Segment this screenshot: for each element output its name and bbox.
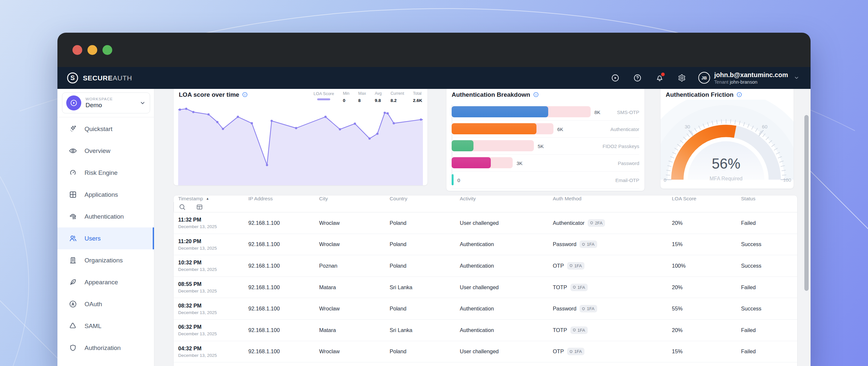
cell-loa-score: 15%	[667, 348, 737, 355]
auth-breakdown-card: Authentication Breakdown 8KSMS-OTP6KAuth…	[446, 89, 645, 191]
cell-city: Wroclaw	[315, 306, 385, 312]
sidebar-item-users[interactable]: Users	[57, 227, 154, 249]
cell-status: Failed	[737, 327, 769, 333]
sidebar-item-authorization[interactable]: Authorization	[57, 337, 154, 359]
table-row: 08:55 PMDecember 13, 202592.168.1.100Mat…	[174, 277, 797, 298]
sidebar-item-label: OAuth	[85, 301, 102, 308]
sidebar-item-oauth[interactable]: OAuth	[57, 293, 154, 315]
cell-activity: User challenged	[455, 220, 548, 226]
sidebar-item-appearance[interactable]: Appearance	[57, 271, 154, 293]
sidebar-item-label: Users	[85, 235, 101, 242]
cell-date: December 13, 2025	[178, 267, 244, 272]
cell-country: Sri Lanka	[385, 327, 455, 333]
sort-asc-icon: ▲	[206, 197, 209, 200]
traffic-light-minimize[interactable]	[88, 45, 97, 55]
legend-series: LOA Score	[314, 91, 334, 100]
bar-fill	[452, 123, 536, 134]
workspace-switcher[interactable]: WORKSPACE Demo	[62, 92, 150, 113]
card-title: Authentication Breakdown	[452, 91, 530, 98]
cell-time: 04:32 PM	[178, 345, 244, 351]
cell-loa-score: 20%	[667, 284, 737, 290]
col-header-country[interactable]: Country	[385, 196, 455, 202]
cell-date: December 13, 2025	[178, 288, 244, 293]
sidebar-item-overview[interactable]: Overview	[57, 140, 154, 162]
cell-status: Success	[737, 306, 769, 312]
sidebar-item-quickstart[interactable]: Quickstart	[57, 118, 154, 140]
oauth-icon	[68, 300, 78, 308]
search-icon[interactable]	[179, 203, 186, 211]
cell-country: Poland	[385, 306, 455, 312]
col-header-auth-method[interactable]: Auth Method	[548, 196, 667, 202]
settings-gear-icon[interactable]	[677, 74, 686, 82]
help-icon[interactable]	[633, 74, 642, 82]
bar-fill	[452, 140, 473, 151]
cell-ip: 92.168.1.100	[244, 327, 315, 333]
cell-ip: 92.168.1.100	[244, 348, 315, 355]
cell-loa-score: 20%	[667, 327, 737, 333]
sidebar-item-label: Authentication	[85, 213, 124, 220]
legend-swatch	[317, 98, 330, 100]
cell-city: Wroclaw	[315, 241, 385, 247]
sidebar-item-applications[interactable]: Applications	[57, 184, 154, 205]
sidebar-item-organizations[interactable]: Organizations	[57, 249, 154, 271]
gauge-caption: MFA Required	[710, 176, 743, 181]
info-icon[interactable]	[736, 91, 742, 98]
col-header-activity[interactable]: Activity	[455, 196, 548, 202]
shield-icon	[582, 307, 585, 311]
info-icon[interactable]	[242, 91, 248, 98]
col-header-city[interactable]: City	[315, 196, 385, 202]
cell-city: Poznan	[315, 263, 385, 269]
cell-activity: User challenged	[455, 284, 548, 290]
bar-value: 3K	[517, 160, 522, 166]
traffic-light-zoom[interactable]	[102, 45, 112, 55]
cell-time: 08:32 PM	[178, 303, 244, 309]
sparkles-icon	[68, 124, 78, 133]
shield-icon	[572, 328, 576, 332]
feather-icon	[68, 278, 78, 287]
notifications-bell-icon[interactable]	[655, 74, 664, 82]
window-titlebar	[57, 33, 811, 67]
sidebar-item-label: Authorization	[85, 344, 121, 351]
product-tour-play-icon[interactable]	[611, 74, 620, 82]
breakdown-row: 0Email-OTP	[452, 172, 639, 189]
cell-time: 06:32 PM	[178, 324, 244, 330]
saml-icon	[68, 321, 78, 330]
factor-badge: 1FA	[567, 348, 584, 355]
cell-loa-score: 15%	[667, 241, 737, 247]
users-icon	[68, 234, 78, 243]
sidebar-item-authentication[interactable]: Authentication	[57, 205, 154, 227]
cell-auth-method: Password1FA	[548, 241, 667, 248]
info-icon[interactable]	[533, 91, 539, 98]
cell-city: Wroclaw	[315, 348, 385, 355]
cell-activity: User challenged	[455, 348, 548, 355]
col-header-status[interactable]: Status	[737, 196, 769, 202]
cell-activity: Authentication	[455, 306, 548, 312]
col-header-timestamp[interactable]: Timestamp▲	[174, 196, 244, 202]
cell-status: Failed	[737, 220, 769, 226]
loa-score-card: LOA score over time LOA ScoreMin0Max8Avg…	[173, 89, 428, 186]
cell-time: 10:32 PM	[178, 259, 244, 266]
breakdown-row: 5KFIDO2 Passkeys	[452, 138, 639, 154]
scrollbar-thumb[interactable]	[804, 115, 809, 291]
bar-value: 8K	[594, 109, 600, 115]
sidebar-item-more[interactable]	[57, 359, 154, 366]
col-header-loa-score[interactable]: LOA Score	[667, 196, 737, 202]
columns-icon[interactable]	[196, 203, 203, 211]
sidebar: WORKSPACE Demo QuickstartOverviewRisk En…	[57, 89, 154, 366]
user-menu[interactable]: JB john.b@xantuminc.com Tenant john-bran…	[698, 71, 800, 85]
svg-text:60: 60	[762, 124, 768, 130]
traffic-light-close[interactable]	[72, 45, 82, 55]
table-row: 11:20 PMDecember 13, 202592.168.1.100Wro…	[174, 234, 797, 256]
sidebar-item-saml[interactable]: SAML	[57, 315, 154, 337]
cell-ip: 92.168.1.100	[244, 263, 315, 269]
cell-status: Success	[737, 241, 769, 247]
shield-icon	[569, 350, 573, 354]
auth-friction-card: Authentication Friction 0306010056%MFA R…	[660, 89, 794, 189]
friction-gauge: 0306010056%MFA Required	[660, 100, 794, 188]
secureauth-logo-icon: S	[67, 72, 79, 84]
col-header-ip-address[interactable]: IP Address	[244, 196, 315, 202]
bar-category: FIDO2 Passkeys	[602, 143, 639, 149]
sidebar-item-risk-engine[interactable]: Risk Engine	[57, 162, 154, 184]
cell-country: Poland	[385, 263, 455, 269]
cell-country: Poland	[385, 348, 455, 355]
